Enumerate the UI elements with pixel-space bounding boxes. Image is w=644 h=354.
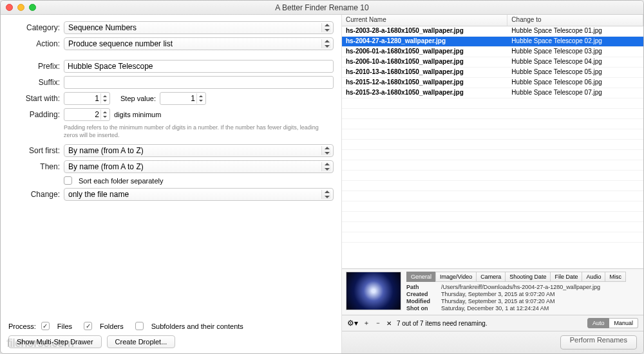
folders-label: Folders bbox=[100, 322, 124, 330]
table-row[interactable]: hs-2003-28-a-1680x1050_wallpaper.jpgHubb… bbox=[342, 26, 643, 37]
table-row-empty bbox=[342, 129, 643, 140]
gear-icon[interactable]: ⚙︎▾ bbox=[347, 319, 358, 328]
table-row-empty bbox=[342, 109, 643, 119]
table-row-empty bbox=[342, 160, 643, 171]
manual-toggle[interactable]: Manual bbox=[609, 318, 638, 328]
table-row-empty bbox=[342, 212, 643, 222]
table-row-empty bbox=[342, 232, 643, 243]
table-row[interactable]: hs-2006-01-a-1680x1050_wallpaper.jpgHubb… bbox=[342, 47, 643, 57]
change-select[interactable]: only the file name bbox=[64, 188, 334, 201]
meta-shoton-value: Saturday, December 30, 1 at 12:24:24 AM bbox=[441, 305, 549, 312]
create-droplet-button[interactable]: Create Droplet... bbox=[107, 335, 176, 348]
cell-changeto: Hubble Space Telescope 06.jpg bbox=[507, 78, 643, 88]
table-row[interactable]: hs-2010-13-a-1680x1050_wallpaper.jpgHubb… bbox=[342, 68, 643, 78]
detail-tab[interactable]: Misc bbox=[605, 272, 626, 282]
cell-changeto: Hubble Space Telescope 03.jpg bbox=[507, 47, 643, 57]
sortfirst-select[interactable]: By name (from A to Z) bbox=[64, 144, 334, 157]
table-row[interactable]: hs-2015-23-a-1680x1050_wallpaper.jpgHubb… bbox=[342, 88, 643, 98]
table-row-empty bbox=[342, 181, 643, 191]
status-bar: ⚙︎▾ ＋ － ✕ 7 out of 7 items need renaming… bbox=[342, 315, 643, 331]
auto-toggle[interactable]: Auto bbox=[587, 318, 610, 328]
meta-created-label: Created bbox=[406, 291, 441, 297]
cell-current: hs-2004-27-a-1280_wallpaper.jpg bbox=[342, 37, 507, 46]
table-header: Current Name Change to bbox=[342, 15, 643, 26]
detail-tab[interactable]: General bbox=[406, 272, 435, 282]
meta-shoton-label: Shot on bbox=[406, 305, 441, 312]
meta-created-value: Thursday, September 3, 2015 at 9:07:20 A… bbox=[441, 291, 554, 297]
detail-tab[interactable]: Camera bbox=[476, 272, 505, 282]
titlebar: A Better Finder Rename 10 bbox=[1, 1, 643, 15]
cell-changeto: Hubble Space Telescope 07.jpg bbox=[507, 88, 643, 98]
category-label: Category: bbox=[8, 23, 60, 32]
cell-current: hs-2015-23-a-1680x1050_wallpaper.jpg bbox=[342, 88, 507, 98]
add-icon[interactable]: ＋ bbox=[363, 319, 370, 328]
startwith-stepper[interactable]: 1 bbox=[64, 92, 110, 105]
cell-current: hs-2003-28-a-1680x1050_wallpaper.jpg bbox=[342, 26, 507, 36]
meta-path-label: Path bbox=[406, 284, 441, 290]
cell-changeto: Hubble Space Telescope 01.jpg bbox=[507, 26, 643, 36]
cell-changeto: Hubble Space Telescope 04.jpg bbox=[507, 57, 643, 67]
subfolders-checkbox[interactable] bbox=[135, 322, 144, 330]
app-window: A Better Finder Rename 10 Category: Sequ… bbox=[0, 0, 644, 354]
col-changeto[interactable]: Change to bbox=[507, 15, 643, 26]
process-label: Process: bbox=[8, 322, 36, 330]
startwith-label: Start with: bbox=[8, 94, 60, 103]
footer: Perform Renames bbox=[342, 331, 643, 353]
table-row-empty bbox=[342, 191, 643, 201]
folders-checkbox[interactable] bbox=[84, 322, 92, 330]
cell-changeto: Hubble Space Telescope 05.jpg bbox=[507, 68, 643, 77]
prefix-input[interactable] bbox=[64, 60, 334, 73]
detail-tab[interactable]: Image/Video bbox=[435, 272, 476, 282]
table-row[interactable]: hs-2015-12-a-1680x1050_wallpaper.jpgHubb… bbox=[342, 78, 643, 88]
remove-icon[interactable]: － bbox=[375, 319, 381, 328]
files-checkbox[interactable] bbox=[41, 322, 50, 330]
cell-changeto: Hubble Space Telescope 02.jpg bbox=[507, 37, 643, 46]
cell-current: hs-2010-13-a-1680x1050_wallpaper.jpg bbox=[342, 68, 507, 77]
watermark: filehorse.com bbox=[6, 337, 73, 350]
table-body[interactable]: hs-2003-28-a-1680x1050_wallpaper.jpgHubb… bbox=[342, 26, 643, 268]
then-label: Then: bbox=[8, 162, 60, 171]
preview-panel: Current Name Change to hs-2003-28-a-1680… bbox=[341, 15, 643, 353]
sort-each-label: Sort each folder separately bbox=[79, 177, 163, 185]
table-row[interactable]: hs-2006-10-a-1680x1050_wallpaper.jpgHubb… bbox=[342, 57, 643, 68]
category-select[interactable]: Sequence Numbers bbox=[64, 21, 334, 34]
col-current[interactable]: Current Name bbox=[342, 15, 507, 26]
clear-icon[interactable]: ✕ bbox=[386, 320, 392, 327]
status-text: 7 out of 7 items need renaming. bbox=[397, 320, 488, 327]
suffix-input[interactable] bbox=[64, 76, 334, 89]
table-row[interactable]: hs-2004-27-a-1280_wallpaper.jpgHubble Sp… bbox=[342, 37, 643, 47]
table-row-empty bbox=[342, 140, 643, 150]
sortfirst-label: Sort first: bbox=[8, 146, 60, 155]
subfolders-label: Subfolders and their contents bbox=[151, 322, 243, 330]
table-row-empty bbox=[342, 150, 643, 160]
meta-modified-value: Thursday, September 3, 2015 at 9:07:20 A… bbox=[441, 298, 554, 304]
detail-pane: GeneralImage/VideoCameraShooting DateFil… bbox=[342, 268, 643, 315]
table-row-empty bbox=[342, 201, 643, 212]
suffix-label: Suffix: bbox=[8, 78, 60, 87]
detail-tab[interactable]: File Date bbox=[550, 272, 582, 282]
table-row-empty bbox=[342, 222, 643, 232]
window-title: A Better Finder Rename 10 bbox=[1, 3, 643, 12]
meta-modified-label: Modified bbox=[406, 298, 441, 304]
sort-each-checkbox[interactable] bbox=[64, 176, 72, 185]
padding-hint: Padding refers to the minimum number of … bbox=[64, 124, 334, 139]
action-label: Action: bbox=[8, 39, 60, 48]
meta-path-value: /Users/frankreiff/Downloads/hs-2004-27-a… bbox=[441, 284, 600, 290]
cell-current: hs-2015-12-a-1680x1050_wallpaper.jpg bbox=[342, 78, 507, 88]
padding-label: Padding: bbox=[8, 110, 60, 119]
detail-tab[interactable]: Audio bbox=[582, 272, 605, 282]
detail-tabs: GeneralImage/VideoCameraShooting DateFil… bbox=[406, 272, 639, 282]
then-select[interactable]: By name (from A to Z) bbox=[64, 160, 334, 173]
prefix-label: Prefix: bbox=[8, 62, 60, 71]
table-row-empty bbox=[342, 119, 643, 129]
stepvalue-stepper[interactable]: 1 bbox=[160, 92, 206, 105]
settings-panel: Category: Sequence Numbers Action: Produ… bbox=[1, 15, 341, 353]
digitsmin-label: digits minimum bbox=[114, 111, 161, 118]
action-select[interactable]: Produce sequence number list bbox=[64, 37, 334, 50]
cell-current: hs-2006-10-a-1680x1050_wallpaper.jpg bbox=[342, 57, 507, 67]
detail-tab[interactable]: Shooting Date bbox=[505, 272, 550, 282]
perform-renames-button[interactable]: Perform Renames bbox=[560, 335, 637, 349]
files-label: Files bbox=[57, 322, 72, 330]
padding-stepper[interactable]: 2 bbox=[64, 108, 110, 121]
table-row-empty bbox=[342, 171, 643, 181]
